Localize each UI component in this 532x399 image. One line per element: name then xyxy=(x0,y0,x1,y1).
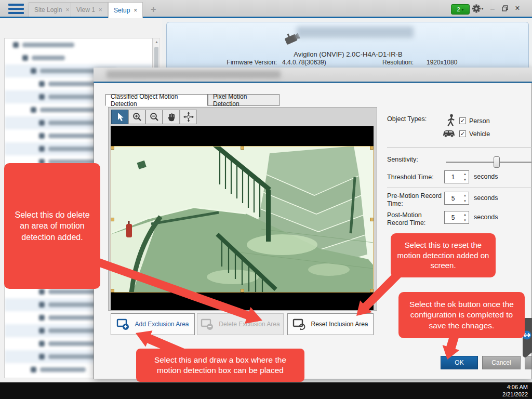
camera-tree-icon xyxy=(39,354,45,360)
camera-name-redacted xyxy=(297,26,414,38)
new-tab-button[interactable]: + xyxy=(151,4,156,15)
camera-tree-icon xyxy=(39,94,45,100)
camera-tree-icon xyxy=(31,107,36,113)
clock-time: 4:06 AM xyxy=(495,383,528,391)
zoom-out-tool-button[interactable] xyxy=(145,110,163,124)
vehicle-checkbox[interactable]: ✓ xyxy=(459,130,466,137)
callout-text: Select this do delete an area of motion … xyxy=(10,209,94,243)
tab-setup[interactable]: Setup × xyxy=(108,2,143,18)
callout-text: Select this and draw a box where the mot… xyxy=(141,355,299,376)
screen: Site Login × View 1 × Setup × + 2 ▾ ▾ – xyxy=(0,0,532,399)
pointer-tool-button[interactable] xyxy=(111,110,128,124)
sensitivity-slider-track[interactable] xyxy=(446,162,532,163)
inclusion-handle[interactable] xyxy=(370,218,374,221)
move-icon xyxy=(183,112,194,122)
camera-tree-icon xyxy=(31,68,36,74)
ok-button[interactable]: OK xyxy=(441,356,478,369)
callout-text: Select this to reset the motion detectio… xyxy=(395,240,491,271)
pre-motion-label: Pre-Motion Record Time: xyxy=(387,192,442,208)
sensitivity-label: Sensitivity: xyxy=(387,156,418,163)
close-button[interactable]: × xyxy=(511,3,524,14)
tab-close-icon[interactable]: × xyxy=(134,7,137,14)
reset-inclusion-area-button[interactable]: Reset Inclusion Area xyxy=(287,313,374,335)
inclusion-handle[interactable] xyxy=(111,218,114,221)
inclusion-handle[interactable] xyxy=(241,146,244,150)
pan-tool-button[interactable] xyxy=(163,110,180,124)
object-types-label: Object Types: xyxy=(387,115,427,123)
callout-add-area: Select this and draw a box where the mot… xyxy=(136,349,304,382)
hamburger-menu-icon[interactable] xyxy=(8,4,24,14)
tab-close-icon[interactable]: × xyxy=(65,6,69,14)
minimize-button[interactable]: – xyxy=(486,3,499,14)
callout-ok-save: Select the ok button once the configurat… xyxy=(398,292,525,338)
add-exclusion-icon xyxy=(116,318,130,330)
scroll-up-icon[interactable]: ▲ xyxy=(155,40,158,44)
tab-pixel-motion-detection[interactable]: Pixel Motion Detection xyxy=(208,94,280,106)
tab-close-icon[interactable]: × xyxy=(99,6,102,14)
camera-tree-icon xyxy=(39,133,45,139)
tree-item-label-redacted xyxy=(22,43,74,47)
spin-down-icon[interactable]: ▼ xyxy=(461,218,469,224)
spin-down-icon[interactable]: ▼ xyxy=(461,177,469,183)
threshold-time-label: Threshold Time: xyxy=(387,174,434,181)
person-checkbox[interactable]: ✓ xyxy=(459,117,466,124)
divider xyxy=(387,188,532,188)
tree-item[interactable] xyxy=(5,38,152,51)
post-motion-spinner[interactable]: 5 ▲ ▼ xyxy=(444,211,469,224)
chevron-down-icon: ▾ xyxy=(481,6,483,11)
tree-item-label-redacted xyxy=(32,56,65,60)
vehicle-icon xyxy=(442,128,456,138)
inclusion-handle[interactable] xyxy=(370,289,374,292)
add-exclusion-area-button[interactable]: Add Exclusion Area xyxy=(111,313,195,335)
apply-button-partial[interactable] xyxy=(525,356,532,369)
threshold-time-value[interactable]: 1 xyxy=(445,171,461,183)
post-motion-seconds-label: seconds xyxy=(474,214,498,221)
tree-item-label-redacted xyxy=(48,134,100,138)
spin-up-icon[interactable]: ▲ xyxy=(461,211,469,218)
threshold-time-spinner[interactable]: 1 ▲ ▼ xyxy=(444,170,469,183)
zoom-in-icon xyxy=(132,112,142,122)
sensitivity-slider-thumb[interactable] xyxy=(494,156,500,168)
firmware-label: Firmware Version: xyxy=(203,59,277,66)
tab-site-login[interactable]: Site Login × xyxy=(29,2,75,17)
restore-button[interactable] xyxy=(499,3,511,14)
tab-label: Site Login xyxy=(34,6,62,14)
chevron-down-icon: ▾ xyxy=(462,7,464,12)
badge-count: 2 xyxy=(457,6,460,12)
tree-item[interactable] xyxy=(5,51,152,64)
add-exclusion-label: Add Exclusion Area xyxy=(135,321,189,328)
resolution-label: Resolution: xyxy=(382,59,414,66)
camera-tree-icon xyxy=(31,367,36,373)
tab-view-1[interactable]: View 1 × xyxy=(71,2,108,17)
cancel-button[interactable]: Cancel xyxy=(482,356,521,369)
callout-delete-area: Select this do delete an area of motion … xyxy=(4,163,100,289)
post-motion-value[interactable]: 5 xyxy=(445,211,461,223)
delete-exclusion-area-button[interactable]: Delete Exclusion Area xyxy=(197,313,284,335)
alert-count-badge[interactable]: 2 ▾ xyxy=(451,4,470,15)
spin-up-icon[interactable]: ▲ xyxy=(461,192,469,198)
spin-down-icon[interactable]: ▼ xyxy=(461,198,469,205)
inclusion-handle[interactable] xyxy=(370,146,374,150)
settings-menu-button[interactable]: ▾ xyxy=(470,3,486,14)
inclusion-handle[interactable] xyxy=(111,289,114,292)
inclusion-area-border[interactable] xyxy=(111,146,374,292)
taskbar xyxy=(0,382,532,399)
reset-inclusion-label: Reset Inclusion Area xyxy=(311,321,368,328)
move-tool-button[interactable] xyxy=(180,110,197,124)
resolution-value: 1920x1080 xyxy=(427,59,457,66)
camera-tree-icon xyxy=(39,341,45,347)
taskbar-clock[interactable]: 4:06 AM 2/21/2022 xyxy=(495,383,528,398)
inclusion-handle[interactable] xyxy=(111,146,114,150)
pre-motion-value[interactable]: 5 xyxy=(445,192,461,204)
camera-info-panel: Avigilon (ONVIF) 2.0C-H4A-D1-IR-B Firmwa… xyxy=(166,22,529,70)
inclusion-handle[interactable] xyxy=(241,289,244,292)
pre-motion-spinner[interactable]: 5 ▲ ▼ xyxy=(444,192,469,205)
tab-classified-object-motion-detection[interactable]: Classified Object Motion Detection xyxy=(105,94,208,106)
camera-tree-icon xyxy=(39,289,45,295)
spin-up-icon[interactable]: ▲ xyxy=(461,171,469,177)
zoom-in-tool-button[interactable] xyxy=(128,110,145,124)
person-icon xyxy=(446,114,456,127)
delete-exclusion-label: Delete Exclusion Area xyxy=(219,321,280,328)
camera-tree-icon xyxy=(39,328,45,334)
restore-icon xyxy=(502,5,508,11)
